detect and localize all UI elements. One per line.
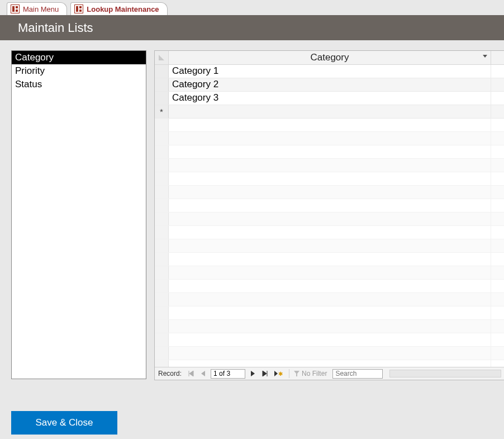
cell-category[interactable]: Category 2 — [169, 78, 491, 91]
cell-category[interactable] — [169, 105, 491, 118]
row-selector[interactable] — [155, 65, 169, 78]
record-label: Record: — [158, 370, 182, 377]
table-row[interactable]: Category 2 — [155, 78, 504, 92]
search-input[interactable] — [332, 369, 383, 379]
column-title: Category — [169, 52, 491, 63]
select-all-icon — [159, 55, 164, 60]
row-selector[interactable] — [155, 78, 169, 91]
prev-icon — [201, 371, 206, 376]
next-record-button[interactable] — [248, 369, 258, 379]
list-item[interactable]: Status — [12, 78, 146, 91]
record-navigation: Record: ✱ No Filter — [155, 367, 504, 380]
tab-main-menu[interactable]: Main Menu — [7, 2, 67, 15]
no-filter-label: No Filter — [302, 370, 327, 377]
cell-category[interactable]: Category 1 — [169, 65, 491, 78]
save-and-close-button[interactable]: Save & Close — [11, 411, 117, 435]
tab-label: Main Menu — [23, 5, 59, 13]
add-column-spacer[interactable] — [491, 51, 504, 64]
next-icon — [250, 371, 255, 376]
cell-category[interactable]: Category 3 — [169, 92, 491, 105]
content-area: Category Priority Status Category Catego… — [0, 40, 504, 380]
form-icon — [74, 4, 83, 13]
datasheet: Category Category 1 Category 2 Category … — [154, 50, 504, 380]
datasheet-body: Category 1 Category 2 Category 3 * — [155, 65, 504, 367]
column-header-category[interactable]: Category — [169, 51, 491, 64]
page-header: Maintain Lists — [0, 15, 504, 40]
funnel-icon — [294, 371, 299, 376]
record-position-input[interactable] — [211, 369, 245, 379]
last-icon — [262, 371, 268, 376]
new-record-row[interactable]: * — [155, 105, 504, 119]
new-record-button[interactable]: ✱ — [272, 369, 284, 379]
new-record-marker[interactable]: * — [155, 105, 169, 118]
play-icon — [274, 371, 278, 376]
first-icon — [188, 371, 194, 376]
document-tabs: Main Menu Lookup Maintenance — [0, 0, 504, 15]
tab-lookup-maintenance[interactable]: Lookup Maintenance — [70, 2, 167, 15]
list-item[interactable]: Category — [12, 51, 146, 64]
prev-record-button[interactable] — [198, 369, 208, 379]
column-dropdown-icon[interactable] — [483, 55, 487, 59]
row-selector[interactable] — [155, 92, 169, 105]
page-title: Maintain Lists — [18, 21, 93, 35]
list-item[interactable]: Priority — [12, 64, 146, 78]
select-all-rows[interactable] — [155, 51, 169, 64]
table-row[interactable]: Category 1 — [155, 65, 504, 78]
table-row[interactable]: Category 3 — [155, 92, 504, 105]
filter-toggle[interactable]: No Filter — [294, 370, 327, 377]
last-record-button[interactable] — [260, 369, 270, 379]
first-record-button[interactable] — [186, 369, 196, 379]
lookup-type-list[interactable]: Category Priority Status — [11, 50, 146, 379]
tab-label: Lookup Maintenance — [87, 5, 159, 13]
form-icon — [11, 4, 20, 13]
datasheet-header: Category — [155, 51, 504, 65]
star-icon: ✱ — [278, 371, 283, 377]
horizontal-scrollbar[interactable] — [389, 370, 501, 377]
